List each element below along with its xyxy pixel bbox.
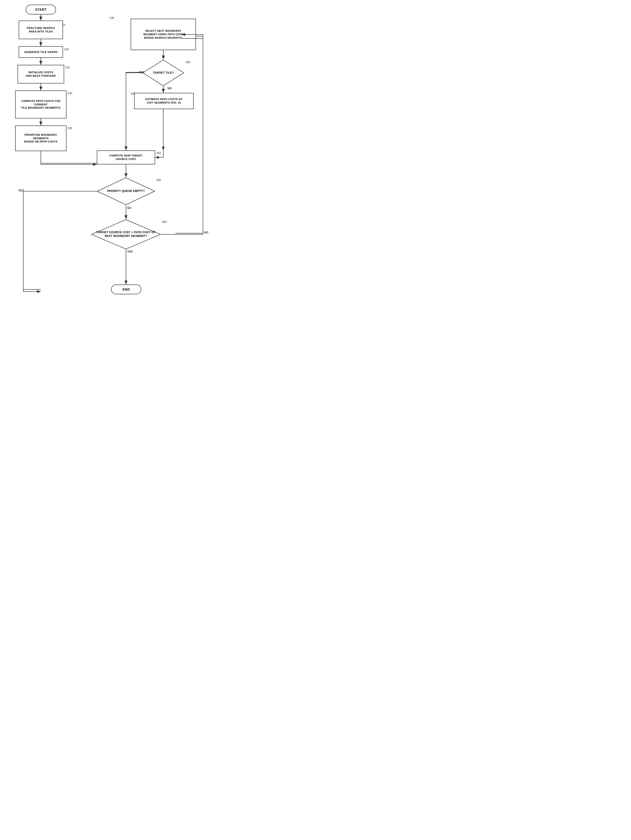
start-shape: START [26, 5, 56, 14]
yes-label-target-source: YES [127, 250, 133, 253]
target-tile-diamond: TARGET TILE? [142, 60, 184, 86]
estimate-shape: ESTIMATE PATH COSTS OF EXIT SEGMENTS (FI… [134, 93, 194, 109]
compute-new-shape: COMPUTE NEW TARGET SOURCE COST [97, 150, 155, 164]
select-shape: SELECT NEXT BOUNDARY SEGMENT USING PATH … [131, 19, 196, 50]
generate-shape: GENERATE TILE GRAPH [19, 46, 63, 58]
ref-560: 560 [156, 178, 161, 182]
target-source-label: TARGET SOURCE COST < PATH COST OF NEXT B… [91, 231, 161, 238]
ref-540: 540 [110, 16, 114, 20]
no-label-target-tile: NO [168, 87, 172, 90]
priority-queue-label: PRIORITY QUEUE EMPTY? [104, 189, 149, 193]
yes-label-priority: YES [18, 189, 24, 192]
ref-525: 525 [65, 66, 70, 69]
compute-shape: COMPUTE PATH COSTS FOR CURRENT TILE BOUN… [15, 90, 66, 118]
ref-520: 520 [64, 48, 69, 51]
target-source-diamond: TARGET SOURCE COST < PATH COST OF NEXT B… [91, 219, 161, 249]
ref-535: 535 [68, 126, 72, 130]
ref-565: 565 [162, 220, 167, 224]
fracture-shape: FRACTURE SEARCH AREA INTO TILES [19, 21, 63, 39]
flowchart-diagram: START 515 FRACTURE SEARCH AREA INTO TILE… [0, 0, 233, 310]
ref-555: 555 [156, 152, 161, 155]
no-label-priority: NO [127, 206, 131, 210]
initialize-shape: INITIALIZE COSTS AND BACK POINTERS [17, 65, 64, 84]
end-shape: END [111, 284, 141, 294]
priority-queue-diamond: PRIORITY QUEUE EMPTY? [97, 177, 155, 205]
prioritize-shape: PRIORITIZE BOUNDARY SEGMENTS BASED ON PA… [15, 125, 66, 151]
target-tile-label: TARGET TILE? [149, 71, 177, 75]
ref-530: 530 [68, 92, 72, 95]
ref-550: 550 [186, 61, 190, 64]
yes-label-target-tile: YES [139, 71, 144, 74]
no-label-target-source: NO [204, 231, 208, 234]
